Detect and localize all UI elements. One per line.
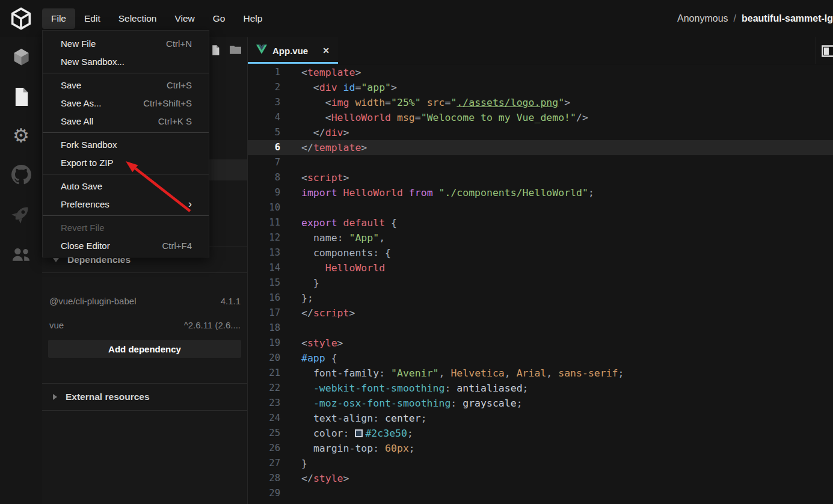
code-line-10[interactable]: 10 <box>248 200 833 215</box>
live-users-icon[interactable] <box>0 244 42 265</box>
line-content: } <box>280 456 307 471</box>
dependency-row-vue[interactable]: vue^2.6.11 (2.6.... <box>42 313 247 337</box>
dependency-name: vue <box>49 320 184 330</box>
line-number: 22 <box>248 381 280 396</box>
tab-app-vue[interactable]: App.vue ✕ <box>248 37 338 64</box>
menu-item-label: Auto Save <box>61 181 192 191</box>
code-line-13[interactable]: 13 components: { <box>248 245 833 260</box>
css-color-swatch[interactable] <box>355 429 363 437</box>
code-line-25[interactable]: 25 color: #2c3e50; <box>248 426 833 441</box>
menu-item-new-sandbox[interactable]: New Sandbox... <box>43 52 209 70</box>
code-line-22[interactable]: 22 -webkit-font-smoothing: antialiased; <box>248 381 833 396</box>
dependency-row-vue-cli-plugin-babel[interactable]: @vue/cli-plugin-babel4.1.1 <box>42 289 247 313</box>
code-line-28[interactable]: 28</style> <box>248 471 833 486</box>
menubar-file[interactable]: File <box>42 8 75 29</box>
menu-item-save-as[interactable]: Save As...Ctrl+Shift+S <box>43 94 209 112</box>
add-dependency-button[interactable]: Add dependency <box>48 340 241 358</box>
line-number: 5 <box>248 125 280 140</box>
menu-item-close-editor[interactable]: Close EditorCtrl+F4 <box>43 236 209 254</box>
sandbox-cube-icon[interactable] <box>0 47 42 69</box>
code-line-1[interactable]: 1<template> <box>248 65 833 80</box>
code-line-5[interactable]: 5 </div> <box>248 125 833 140</box>
line-number: 16 <box>248 290 280 306</box>
code-line-24[interactable]: 24 text-align: center; <box>248 411 833 426</box>
code-line-12[interactable]: 12 name: "App", <box>248 230 833 245</box>
line-content: </template> <box>280 140 367 155</box>
menu-item-revert-file: Revert File <box>43 218 209 236</box>
active-tab-indicator <box>248 62 338 64</box>
user-name[interactable]: Anonymous <box>677 13 728 24</box>
menu-item-fork-sandbox[interactable]: Fork Sandbox <box>43 135 209 153</box>
code-line-7[interactable]: 7 <box>248 155 833 170</box>
line-number: 9 <box>248 185 280 200</box>
dependencies-section: Dependencies @vue/cli-plugin-babel4.1.1v… <box>42 247 247 358</box>
menu-item-shortcut: Ctrl+Shift+S <box>143 98 192 108</box>
files-icon[interactable] <box>0 86 42 108</box>
tab-close-icon[interactable]: ✕ <box>322 46 330 55</box>
code-line-8[interactable]: 8<script> <box>248 170 833 185</box>
breadcrumb-separator: / <box>734 13 736 24</box>
menu-item-auto-save[interactable]: Auto Save <box>43 177 209 195</box>
menu-item-new-file[interactable]: New FileCtrl+N <box>43 34 209 52</box>
sandbox-name[interactable]: beautiful-sammet-lg <box>742 13 833 24</box>
code-line-18[interactable]: 18 <box>248 321 833 336</box>
settings-gear-icon[interactable]: ⚙ <box>0 125 42 147</box>
new-file-icon[interactable] <box>212 45 220 58</box>
line-content: <style> <box>280 336 343 351</box>
chevron-down-icon <box>53 258 59 262</box>
dependency-name: @vue/cli-plugin-babel <box>49 296 221 306</box>
line-number: 15 <box>248 275 280 290</box>
rocket-icon[interactable] <box>0 203 42 225</box>
line-content: color: #2c3e50; <box>280 426 413 441</box>
code-line-19[interactable]: 19<style> <box>248 336 833 351</box>
line-content: HelloWorld <box>280 260 385 275</box>
code-line-26[interactable]: 26 margin-top: 60px; <box>248 441 833 456</box>
code-editor[interactable]: 1<template>2 <div id="app">3 <img width=… <box>248 65 833 504</box>
code-line-6[interactable]: 6</template> <box>248 140 833 155</box>
menubar-edit[interactable]: Edit <box>75 8 109 29</box>
file-menu-dropdown: New FileCtrl+NNew Sandbox...SaveCtrl+SSa… <box>42 30 209 257</box>
menu-item-save[interactable]: SaveCtrl+S <box>43 76 209 94</box>
line-content: }; <box>280 290 313 306</box>
github-icon[interactable] <box>0 164 42 185</box>
line-number: 1 <box>248 65 280 80</box>
menu-item-export-to-zip[interactable]: Export to ZIP <box>43 153 209 171</box>
code-line-16[interactable]: 16}; <box>248 290 833 306</box>
menubar-view[interactable]: View <box>165 8 203 29</box>
editor-split-view-icon[interactable] <box>822 45 833 60</box>
code-line-9[interactable]: 9import HelloWorld from "./components/He… <box>248 185 833 200</box>
code-line-21[interactable]: 21 font-family: "Avenir", Helvetica, Ari… <box>248 366 833 381</box>
code-line-17[interactable]: 17</script> <box>248 306 833 321</box>
code-line-23[interactable]: 23 -moz-osx-font-smoothing: grayscale; <box>248 396 833 411</box>
line-content: -webkit-font-smoothing: antialiased; <box>280 381 529 396</box>
code-line-27[interactable]: 27} <box>248 456 833 471</box>
line-number: 27 <box>248 456 280 471</box>
code-line-11[interactable]: 11export default { <box>248 215 833 230</box>
code-line-29[interactable]: 29 <box>248 486 833 501</box>
code-line-3[interactable]: 3 <img width="25%" src="./assets/logo.pn… <box>248 95 833 110</box>
line-number: 21 <box>248 366 280 381</box>
menubar-help[interactable]: Help <box>234 8 271 29</box>
code-line-4[interactable]: 4 <HelloWorld msg="Welocome to my Vue_de… <box>248 110 833 125</box>
external-resources-header[interactable]: External resources <box>42 383 247 411</box>
codesandbox-logo-icon[interactable] <box>0 7 42 30</box>
chevron-right-icon <box>53 394 57 400</box>
menu-item-save-all[interactable]: Save AllCtrl+K S <box>43 112 209 130</box>
menubar-selection[interactable]: Selection <box>109 8 166 29</box>
code-line-15[interactable]: 15 } <box>248 275 833 290</box>
menu-item-preferences[interactable]: Preferences› <box>43 195 209 213</box>
menubar-go[interactable]: Go <box>204 8 235 29</box>
line-content: <img width="25%" src="./assets/logo.png"… <box>280 95 570 110</box>
line-number: 12 <box>248 230 280 245</box>
code-line-14[interactable]: 14 HelloWorld <box>248 260 833 275</box>
code-line-20[interactable]: 20#app { <box>248 351 833 366</box>
line-content: margin-top: 60px; <box>280 441 415 456</box>
code-line-2[interactable]: 2 <div id="app"> <box>248 80 833 95</box>
new-folder-icon[interactable] <box>230 45 241 57</box>
menu-item-shortcut: Ctrl+F4 <box>162 241 192 251</box>
line-number: 3 <box>248 95 280 110</box>
line-number: 6 <box>248 140 280 155</box>
codesandbox-window: FileEditSelectionViewGoHelp Anonymous / … <box>0 0 833 504</box>
line-content: text-align: center; <box>280 411 427 426</box>
tabbar-divider <box>816 37 816 64</box>
